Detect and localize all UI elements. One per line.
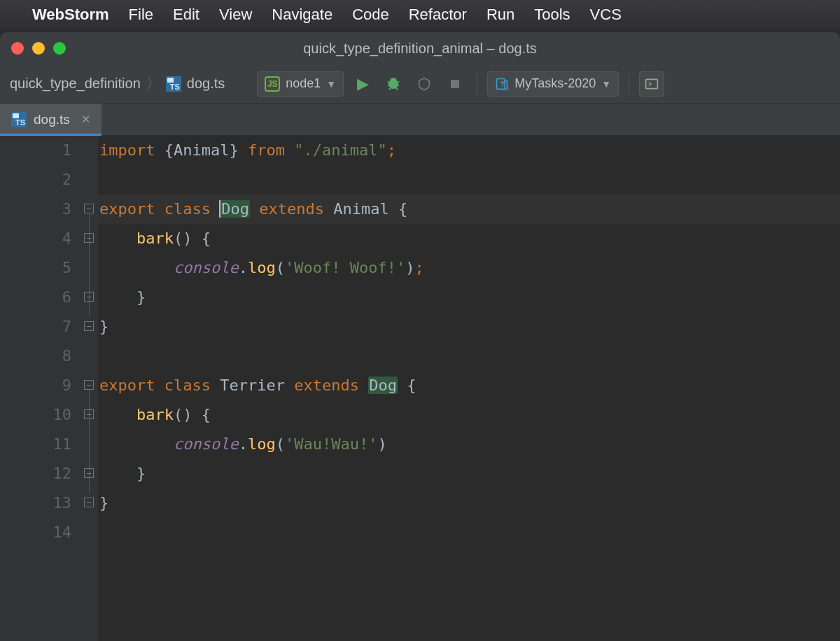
editor-tab-label: dog.ts <box>34 112 70 127</box>
run-config-label: node1 <box>286 76 321 91</box>
fold-end-icon[interactable]: – <box>84 468 94 478</box>
debug-button[interactable] <box>382 72 405 96</box>
code-line[interactable] <box>99 518 840 547</box>
line-number[interactable]: 9 <box>0 371 71 400</box>
nodejs-icon: JS <box>265 76 280 92</box>
fold-toggle-icon[interactable]: – <box>84 380 94 390</box>
svg-rect-0 <box>451 80 459 88</box>
run-config-selector[interactable]: JS node1 ▼ <box>257 71 344 97</box>
run-anything-button[interactable] <box>639 71 664 97</box>
line-number[interactable]: 1 <box>0 136 71 165</box>
menu-vcs[interactable]: VCS <box>590 6 622 24</box>
code-line[interactable]: console.log('Woof! Woof!'); <box>99 253 840 283</box>
chevron-right-icon: 〉 <box>146 74 160 93</box>
traffic-lights <box>11 42 66 55</box>
menu-refactor[interactable]: Refactor <box>409 6 467 24</box>
line-number[interactable]: 12 <box>0 459 71 488</box>
svg-text:?: ? <box>500 80 505 88</box>
menu-view[interactable]: View <box>219 6 252 24</box>
main-toolbar: quick_type_definition 〉 TS dog.ts JS nod… <box>0 64 840 104</box>
code-line[interactable]: bark() { <box>99 224 840 253</box>
line-number[interactable]: 7 <box>0 312 71 341</box>
window-close-button[interactable] <box>11 42 24 55</box>
window-titlebar: quick_type_definition_animal – dog.ts <box>0 32 840 64</box>
run-with-coverage-button[interactable] <box>412 72 436 96</box>
menu-run[interactable]: Run <box>486 6 514 24</box>
run-button[interactable]: ▶ <box>351 72 374 96</box>
code-line[interactable] <box>99 341 840 371</box>
line-number[interactable]: 6 <box>0 283 71 312</box>
code-line[interactable]: export class Terrier extends Dog { <box>99 371 840 400</box>
task-label: MyTasks-2020 <box>514 76 596 91</box>
line-number[interactable]: 13 <box>0 488 71 518</box>
line-number[interactable]: 5 <box>0 253 71 283</box>
app-name[interactable]: WebStorm <box>32 6 109 24</box>
code-line[interactable]: import {Animal} from "./animal"; <box>99 136 840 165</box>
line-number[interactable]: 4 <box>0 224 71 253</box>
symbol-dog[interactable]: Dog <box>220 200 250 218</box>
menu-code[interactable]: Code <box>352 6 389 24</box>
chevron-down-icon: ▼ <box>326 78 336 90</box>
stop-button[interactable] <box>443 72 467 96</box>
code-line[interactable]: } <box>99 459 840 488</box>
menu-navigate[interactable]: Navigate <box>272 6 332 24</box>
fold-toggle-icon[interactable]: – <box>84 409 94 419</box>
toolbar-separator <box>477 73 477 95</box>
line-number[interactable]: 14 <box>0 518 71 547</box>
menu-file[interactable]: File <box>129 6 153 24</box>
fold-toggle-icon[interactable]: – <box>84 204 94 213</box>
breadcrumb[interactable]: quick_type_definition 〉 TS dog.ts <box>6 74 229 93</box>
line-number[interactable]: 8 <box>0 341 71 371</box>
editor-tabs: TS dog.ts ✕ <box>0 104 840 136</box>
typescript-file-icon: TS <box>166 76 181 92</box>
chevron-down-icon: ▼ <box>601 78 611 90</box>
code-line[interactable]: console.log('Wau!Wau!') <box>99 430 840 459</box>
mac-menubar: WebStorm File Edit View Navigate Code Re… <box>0 0 840 29</box>
breadcrumb-file[interactable]: dog.ts <box>187 76 225 92</box>
window-minimize-button[interactable] <box>32 42 45 55</box>
menu-edit[interactable]: Edit <box>173 6 200 24</box>
menu-tools[interactable]: Tools <box>534 6 570 24</box>
fold-end-icon[interactable]: – <box>84 498 94 507</box>
code-line[interactable]: bark() { <box>99 400 840 430</box>
fold-end-icon[interactable]: – <box>84 321 94 331</box>
code-line[interactable]: } <box>99 488 840 518</box>
line-number[interactable]: 11 <box>0 430 71 459</box>
line-number-gutter[interactable]: 1 2 3 4 5 6 7 8 9 10 11 12 13 14 <box>0 136 83 641</box>
typescript-file-icon: TS <box>11 112 27 127</box>
line-number[interactable]: 10 <box>0 400 71 430</box>
close-tab-icon[interactable]: ✕ <box>81 113 90 126</box>
task-icon: ? <box>495 77 509 91</box>
editor-tab-dog-ts[interactable]: TS dog.ts ✕ <box>0 104 102 135</box>
code-area[interactable]: import {Animal} from "./animal"; export … <box>98 136 840 641</box>
fold-end-icon[interactable]: – <box>84 292 94 302</box>
line-number[interactable]: 3 <box>0 195 71 224</box>
window-zoom-button[interactable] <box>53 42 66 55</box>
code-editor[interactable]: 1 2 3 4 5 6 7 8 9 10 11 12 13 14 – – – –… <box>0 136 840 641</box>
line-number[interactable]: 2 <box>0 165 71 195</box>
code-line[interactable]: } <box>99 312 840 341</box>
toolbar-separator <box>629 73 629 95</box>
fold-gutter[interactable]: – – – – – – – – <box>83 136 98 641</box>
symbol-dog[interactable]: Dog <box>368 376 398 394</box>
code-line[interactable] <box>99 165 840 195</box>
fold-toggle-icon[interactable]: – <box>84 233 94 243</box>
code-line[interactable]: } <box>99 283 840 312</box>
window-title: quick_type_definition_animal – dog.ts <box>0 41 840 57</box>
breadcrumb-root[interactable]: quick_type_definition <box>10 76 141 92</box>
task-selector[interactable]: ? MyTasks-2020 ▼ <box>487 71 619 97</box>
